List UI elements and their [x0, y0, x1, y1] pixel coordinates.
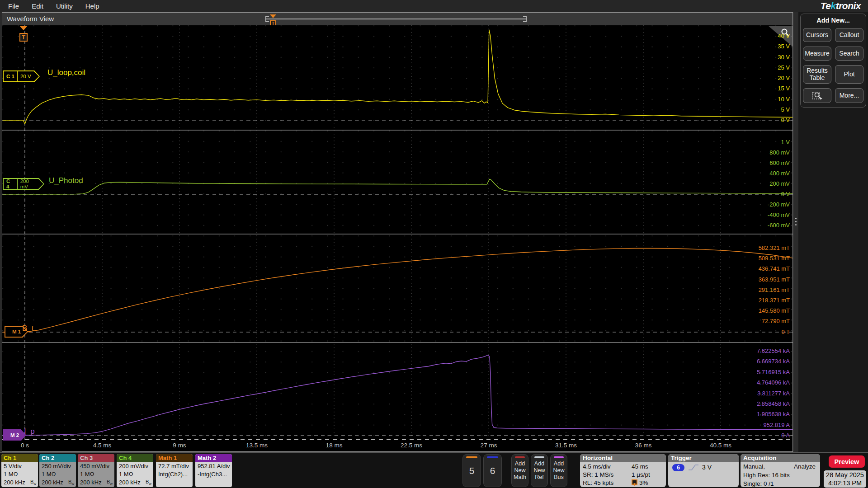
axis-label-ch1: 40 V	[778, 32, 790, 40]
tektronix-logo: Tektronix	[821, 0, 861, 11]
axis-label-math2: 5.716915 kA	[757, 368, 790, 376]
more-button[interactable]: More...	[835, 88, 863, 103]
time-tick-label: 36 ms	[635, 442, 652, 449]
ch1-badge-scale: 20 V	[18, 74, 37, 79]
sample-rate: SR: 1 MS/s	[583, 471, 632, 479]
badge-math1[interactable]: Math 1 72.7 mT/div Intg(Ch2)...	[156, 454, 193, 487]
axis-label-ch4: -600 mV	[768, 221, 790, 230]
axis-label-math2: 0 A	[781, 432, 790, 440]
axis-label-math2: 6.669734 kA	[757, 357, 790, 366]
math1-source: Intg(Ch2)...	[156, 470, 193, 479]
add-new-panel: Add New... Cursors Callout Measure Searc…	[800, 14, 866, 108]
axis-label-ch4: 1 V	[781, 138, 790, 146]
waveview-6-label: 6	[484, 455, 501, 487]
splitter-grip-icon[interactable]	[795, 218, 797, 225]
horizontal-panel[interactable]: Horizontal 4.5 ms/div 45 ms SR: 1 MS/s 1…	[580, 454, 666, 487]
waveform-plot-area[interactable]: T C 1 20 V U_loop,coil C 4 200 mV	[2, 25, 793, 441]
ch3-impedance: 1 MΩ	[78, 470, 114, 479]
acq-analyze: Analyze	[794, 463, 816, 471]
bandwidth-limit-icon: Bw	[68, 479, 74, 486]
badge-ch3[interactable]: Ch 3 450 mV/div 1 MΩ 200 kHz Bw	[78, 454, 114, 487]
preview-bar-line	[265, 19, 527, 19]
badge-ch3-name: Ch 3	[78, 454, 114, 462]
horizontal-window: 45 ms	[632, 463, 663, 471]
axis-label-math1: 0 T	[781, 328, 790, 336]
axis-label-ch4: 800 mV	[769, 149, 790, 157]
bandwidth-limit-icon: Bw	[146, 479, 151, 486]
time-tick-label: 22.5 ms	[401, 442, 422, 449]
time-tick-label: 4.5 ms	[93, 442, 112, 449]
measure-button[interactable]: Measure	[803, 47, 831, 61]
menu-edit[interactable]: Edit	[32, 2, 43, 10]
math1-badge-id: M 1	[9, 329, 23, 334]
button-divider	[507, 455, 507, 485]
ch2-impedance: 1 MΩ	[39, 470, 76, 479]
math2-source: -Intg(Ch3...	[195, 470, 232, 479]
waveview-5-label: 5	[463, 455, 481, 487]
plot-button[interactable]: Plot	[835, 65, 863, 84]
time-axis: 0 s4.5 ms9 ms13.5 ms18 ms22.5 ms27 ms31.…	[2, 441, 793, 451]
preview-bar-left-bracket	[265, 16, 269, 22]
axis-label-math2: 2.858458 kA	[757, 400, 790, 408]
channel-badge-math2[interactable]: M 2	[3, 429, 26, 441]
search-button[interactable]: Search	[835, 47, 863, 61]
waveform-view: Waveform View T T C 1	[2, 12, 793, 452]
time-tick-label: 31.5 ms	[555, 442, 577, 449]
axis-label-ch1: 0 V	[781, 116, 790, 124]
axis-label-ch1: 35 V	[778, 42, 790, 51]
results-table-button[interactable]: Results Table	[803, 65, 831, 84]
axis-label-math1: 72.790 mT	[762, 317, 790, 325]
menu-file[interactable]: File	[8, 2, 19, 10]
add-new-title: Add New...	[803, 17, 863, 24]
axis-label-ch4: 600 mV	[769, 159, 790, 167]
axis-label-ch4: 200 mV	[769, 180, 790, 188]
trigger-position-pct: T3%	[632, 479, 663, 487]
badge-ch4[interactable]: Ch 4 200 mV/div 1 MΩ 200 kHz Bw	[117, 454, 153, 487]
badge-math1-name: Math 1	[156, 454, 193, 462]
trigger-level: 3 V	[702, 463, 712, 471]
add-new-math-button[interactable]: Add New Math	[511, 454, 528, 487]
preview-bar-right-bracket	[523, 16, 527, 22]
bottom-bar: Ch 1 5 V/div 1 MΩ 200 kHz Bw Ch 2 250 mV…	[0, 452, 868, 488]
axis-label-ch1: 20 V	[778, 74, 790, 82]
axis-label-math2: 1.905638 kA	[757, 410, 790, 418]
cursors-button[interactable]: Cursors	[803, 28, 831, 42]
ch3-scale: 450 mV/div	[78, 462, 114, 470]
ch2-scale: 250 mV/div	[39, 462, 76, 470]
trigger-flag-icon[interactable]: T	[19, 26, 28, 42]
axis-label-ch1: 30 V	[778, 53, 790, 61]
rising-edge-icon	[688, 463, 699, 471]
add-new-bus-button[interactable]: Add New Bus	[550, 454, 567, 487]
trigger-mini-icon: T	[632, 479, 637, 485]
axis-label-math1: 291.161 mT	[759, 286, 790, 294]
waveview-6-button[interactable]: 6	[483, 454, 502, 487]
trigger-title: Trigger	[668, 454, 739, 462]
menu-bar: File Edit Utility Help Tektronix	[0, 0, 868, 12]
channel-badge-ch4[interactable]: C 4 200 mV	[3, 178, 44, 190]
callout-button[interactable]: Callout	[835, 28, 863, 42]
zoom-select-button[interactable]	[803, 88, 831, 103]
badge-ch2[interactable]: Ch 2 250 mV/div 1 MΩ 200 kHz Bw	[39, 454, 76, 487]
channel-badge-ch1[interactable]: C 1 20 V	[3, 70, 40, 82]
badge-ch1[interactable]: Ch 1 5 V/div 1 MΩ 200 kHz Bw	[1, 454, 38, 487]
time-tick-label: 40.5 ms	[710, 442, 731, 449]
sample-interval: 1 µs/pt	[632, 471, 663, 479]
acquisition-panel[interactable]: Acquisition Manual, Analyze High Res: 16…	[741, 454, 820, 487]
add-ref-label: Add New Ref	[531, 455, 547, 487]
menu-help[interactable]: Help	[85, 2, 99, 10]
bandwidth-limit-icon: Bw	[30, 479, 36, 486]
panel-splitter[interactable]	[793, 12, 798, 452]
axis-label-math1: 363.951 mT	[759, 276, 790, 284]
trigger-letter: T	[19, 33, 28, 42]
acquisition-title: Acquisition	[741, 454, 820, 462]
trigger-panel[interactable]: Trigger 6 3 V	[668, 454, 739, 487]
waveview-5-button[interactable]: 5	[462, 454, 481, 487]
add-new-ref-button[interactable]: Add New Ref	[531, 454, 548, 487]
menu-utility[interactable]: Utility	[56, 2, 73, 10]
badge-math2-name: Math 2	[195, 454, 232, 462]
math1-scale: 72.7 mT/div	[156, 462, 193, 470]
acquisition-preview-bar[interactable]: T	[265, 16, 527, 23]
bandwidth-limit-icon: Bw	[107, 479, 113, 486]
badge-math2[interactable]: Math 2 952.81 A/div -Intg(Ch3...	[195, 454, 232, 487]
preview-button[interactable]: Preview	[829, 455, 865, 468]
